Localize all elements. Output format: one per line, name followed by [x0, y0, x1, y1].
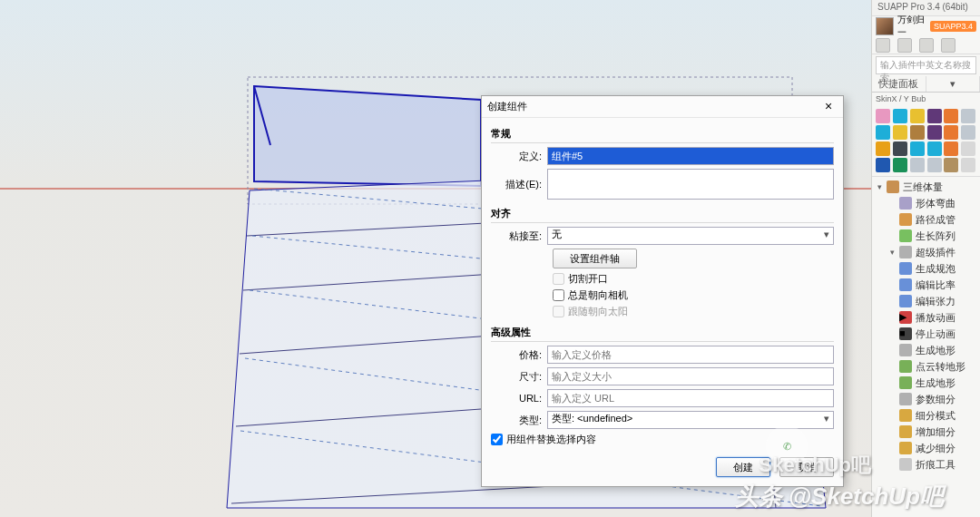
node-label: 参数细分 [916, 393, 956, 406]
svg-marker-2 [254, 86, 481, 186]
palette-swatch[interactable] [876, 125, 890, 140]
node-icon [899, 246, 912, 258]
palette-swatch[interactable] [961, 125, 975, 140]
palette-swatch[interactable] [927, 109, 942, 123]
palette-swatch[interactable] [944, 125, 958, 140]
label-description: 描述(E): [491, 178, 547, 191]
node-label: 生长阵列 [916, 229, 956, 243]
node-label: 折痕工具 [916, 458, 956, 472]
node-icon [899, 393, 912, 405]
watermark-small: SketchUp吧 [760, 452, 871, 479]
size-input[interactable] [547, 367, 834, 385]
palette-swatch[interactable] [944, 109, 958, 123]
tree-node[interactable]: ▾三维体量 [872, 179, 980, 195]
palette-swatch[interactable] [961, 109, 975, 123]
avatar[interactable] [876, 17, 894, 35]
set-axes-button[interactable]: 设置组件轴 [553, 249, 637, 268]
palette-swatch[interactable] [944, 158, 958, 172]
node-label: 编辑比率 [916, 278, 956, 292]
plugin-palette [872, 105, 980, 177]
node-icon: ▶ [899, 311, 912, 324]
palette-swatch[interactable] [910, 109, 925, 123]
palette-swatch[interactable] [910, 158, 925, 172]
palette-swatch[interactable] [961, 141, 975, 156]
chevron-icon: ▾ [876, 182, 883, 191]
node-icon [899, 229, 912, 242]
node-label: 点云转地形 [916, 360, 965, 374]
node-label: 播放动画 [916, 311, 956, 325]
node-icon [899, 458, 912, 471]
tree-node[interactable]: 形体弯曲 [872, 195, 980, 211]
tree-node[interactable]: ■停止动画 [872, 326, 980, 342]
tree-node[interactable]: 细分模式 [872, 407, 980, 424]
section-general: 常规 [491, 127, 834, 143]
panel-tab-dropdown[interactable]: ▾ [926, 76, 981, 92]
face-camera-checkbox[interactable]: 总是朝向相机 [553, 288, 834, 302]
tree-node[interactable]: 增加细分 [872, 424, 980, 440]
palette-swatch[interactable] [944, 141, 958, 156]
node-icon [899, 197, 912, 210]
node-label: 路径成管 [916, 213, 956, 227]
folder-icon[interactable] [897, 38, 912, 53]
palette-swatch[interactable] [893, 158, 907, 172]
tree-node[interactable]: 生成规泡 [872, 260, 980, 277]
gear-icon[interactable] [919, 38, 934, 53]
home-icon[interactable] [876, 38, 890, 53]
label-price: 价格: [491, 348, 547, 362]
tree-node[interactable]: 参数细分 [872, 391, 980, 407]
palette-swatch[interactable] [893, 109, 907, 123]
palette-swatch[interactable] [893, 141, 907, 156]
toolbar-icons [872, 36, 980, 54]
tree-node[interactable]: 路径成管 [872, 211, 980, 228]
section-alignment: 对齐 [491, 207, 834, 223]
tree-node[interactable]: ▾超级插件 [872, 244, 980, 260]
palette-swatch[interactable] [927, 158, 942, 172]
plugin-sidepanel: SUAPP Pro 3.4 (64bit) 万剑归一 SUAPP3.4 输入插件… [871, 0, 980, 517]
tree-node[interactable]: 编辑张力 [872, 293, 980, 309]
dialog-title: 创建组件 [487, 100, 527, 113]
palette-swatch[interactable] [910, 141, 925, 156]
tree-node[interactable]: 点云转地形 [872, 358, 980, 375]
face-sun-checkbox[interactable]: 跟随朝向太阳 [553, 305, 834, 318]
palette-swatch[interactable] [961, 158, 975, 172]
palette-swatch[interactable] [927, 125, 942, 140]
palette-swatch[interactable] [876, 141, 890, 156]
node-label: 减少细分 [916, 442, 956, 455]
tree-node[interactable]: 生成地形 [872, 342, 980, 358]
tree-node[interactable]: ▶播放动画 [872, 309, 980, 326]
description-input[interactable] [547, 169, 834, 200]
node-icon [899, 409, 912, 422]
username: 万剑归一 [897, 14, 926, 39]
url-input[interactable] [547, 389, 834, 407]
node-label: 生成地形 [916, 344, 956, 357]
palette-swatch[interactable] [876, 158, 890, 172]
plugin-search-input[interactable]: 输入插件中英文名称搜索 [876, 56, 976, 74]
node-icon [899, 213, 912, 226]
plugin-tree: ▾三维体量形体弯曲路径成管生长阵列▾超级插件生成规泡编辑比率编辑张力▶播放动画■… [872, 177, 980, 517]
node-icon [899, 295, 912, 307]
close-icon[interactable]: × [819, 99, 838, 115]
palette-swatch[interactable] [927, 141, 942, 156]
palette-swatch[interactable] [876, 109, 890, 123]
tree-node[interactable]: 生长阵列 [872, 228, 980, 244]
tree-node[interactable]: 编辑比率 [872, 277, 980, 293]
tree-node[interactable]: 折痕工具 [872, 456, 980, 473]
tree-node[interactable]: 减少细分 [872, 440, 980, 456]
node-label: 停止动画 [916, 327, 956, 341]
search-icon[interactable] [941, 38, 956, 53]
node-label: 增加细分 [916, 425, 956, 439]
glue-select[interactable]: 无 [547, 227, 834, 245]
palette-swatch[interactable] [893, 125, 907, 140]
node-label: 形体弯曲 [916, 197, 956, 210]
definition-input[interactable] [547, 147, 834, 165]
label-type: 类型: [491, 414, 547, 427]
chevron-icon: ▾ [888, 248, 896, 257]
panel-tab[interactable]: 快捷面板 [872, 76, 926, 92]
cut-opening-checkbox[interactable]: 切割开口 [553, 272, 834, 286]
node-icon [899, 262, 912, 275]
tree-node[interactable]: 生成地形 [872, 375, 980, 391]
price-input[interactable] [547, 346, 834, 364]
node-icon [899, 360, 912, 373]
label-definition: 定义: [491, 150, 547, 163]
palette-swatch[interactable] [910, 125, 925, 140]
